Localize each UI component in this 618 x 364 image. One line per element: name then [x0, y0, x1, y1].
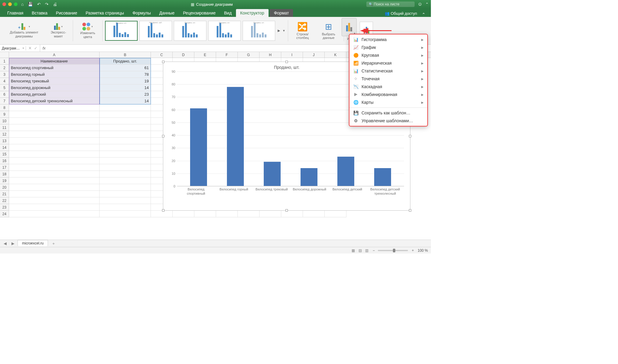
cell[interactable]: [9, 171, 100, 177]
cell[interactable]: [100, 184, 151, 191]
manage-templates-menu-item[interactable]: ⚙Управление шаблонами…: [349, 117, 427, 125]
save-icon[interactable]: 💾: [28, 2, 33, 7]
fx-icon[interactable]: fx: [40, 46, 48, 50]
chart-style-3[interactable]: Продано, шт.: [174, 21, 206, 41]
chart-type-menu-item[interactable]: 📊Гистограмма▶: [349, 36, 427, 43]
cell[interactable]: [100, 144, 151, 151]
chart-bar[interactable]: [264, 162, 281, 186]
cell[interactable]: [9, 197, 100, 204]
cell[interactable]: [173, 211, 194, 217]
cell[interactable]: [100, 204, 151, 211]
col-header[interactable]: H: [260, 52, 281, 58]
cell[interactable]: 19: [100, 78, 151, 85]
ribbon-collapse-icon[interactable]: ⌃: [419, 12, 428, 17]
page-break-view-icon[interactable]: ▥: [364, 248, 370, 253]
row-header[interactable]: 20: [0, 184, 9, 191]
tab-insert[interactable]: Вставка: [27, 9, 52, 17]
cell[interactable]: [100, 111, 151, 118]
cell[interactable]: [9, 177, 100, 184]
cell[interactable]: [9, 151, 100, 158]
row-header[interactable]: 4: [0, 78, 9, 85]
normal-view-icon[interactable]: ▦: [350, 248, 356, 253]
cell[interactable]: [216, 211, 238, 217]
row-header[interactable]: 19: [0, 177, 9, 184]
row-header[interactable]: 14: [0, 144, 9, 151]
chart-style-5[interactable]: Продано, шт.: [243, 21, 275, 41]
col-header[interactable]: K: [325, 52, 346, 58]
tab-format[interactable]: Формат: [270, 9, 293, 17]
col-header[interactable]: F: [216, 52, 238, 58]
cell[interactable]: [194, 211, 216, 217]
cell[interactable]: Наименование: [9, 58, 100, 65]
accept-formula-icon[interactable]: ✓: [34, 46, 37, 50]
col-header[interactable]: E: [194, 52, 216, 58]
sheet-prev-icon[interactable]: ◀: [2, 241, 8, 246]
chart-type-menu-item[interactable]: ⫸Комбинированная▶: [349, 91, 427, 98]
close-window-button[interactable]: [2, 2, 6, 6]
cell[interactable]: [9, 111, 100, 118]
row-header[interactable]: 15: [0, 151, 9, 158]
row-header[interactable]: 23: [0, 204, 9, 211]
select-data-button[interactable]: ⊞ Выбрать данные: [316, 18, 341, 43]
row-header[interactable]: 24: [0, 211, 9, 217]
cell[interactable]: Велосипед горный: [9, 71, 100, 78]
chart-style-4[interactable]: Продано, шт.: [208, 21, 241, 41]
chart-bar[interactable]: [301, 168, 317, 186]
col-header[interactable]: D: [173, 52, 194, 58]
cell[interactable]: [151, 211, 173, 217]
chart-type-menu-item[interactable]: 📶Иерархическая▶: [349, 59, 427, 67]
print-icon[interactable]: 🖨: [53, 2, 57, 7]
cell[interactable]: [100, 151, 151, 158]
row-header[interactable]: 10: [0, 118, 9, 124]
page-layout-view-icon[interactable]: ▤: [357, 248, 363, 253]
select-all-corner[interactable]: [0, 52, 9, 58]
save-template-menu-item[interactable]: 💾Сохранить как шаблон…: [349, 109, 427, 117]
cell[interactable]: [303, 211, 325, 217]
change-colors-button[interactable]: ▾ Изменить цвета: [75, 18, 100, 43]
chart-type-menu-item[interactable]: 📊Статистическая▶: [349, 67, 427, 75]
cell[interactable]: [9, 184, 100, 191]
tab-home[interactable]: Главная: [3, 9, 27, 17]
cell[interactable]: 14: [100, 98, 151, 104]
cell[interactable]: [100, 211, 151, 217]
cell[interactable]: [100, 158, 151, 164]
row-header[interactable]: 13: [0, 138, 9, 144]
cell[interactable]: 61: [100, 65, 151, 71]
switch-row-column-button[interactable]: 🔀 Строка/столбец: [291, 18, 315, 43]
add-chart-element-button[interactable]: +▾ Добавить элемент диаграммы: [3, 18, 45, 43]
collapse-ribbon-icon[interactable]: ⌃: [425, 2, 428, 6]
cell[interactable]: [9, 204, 100, 211]
cell[interactable]: [100, 177, 151, 184]
cell[interactable]: Велосипед спортивный: [9, 65, 100, 71]
cell[interactable]: [260, 211, 281, 217]
cell[interactable]: Велосипед детский трехколесный: [9, 98, 100, 104]
share-button[interactable]: 👥 Общий доступ: [382, 10, 419, 17]
home-icon[interactable]: ⌂: [21, 2, 24, 7]
cell[interactable]: [9, 118, 100, 124]
row-header[interactable]: 18: [0, 171, 9, 177]
sheet-next-icon[interactable]: ▶: [10, 241, 16, 246]
cell[interactable]: Велосипед детский: [9, 91, 100, 98]
chart-type-menu-item[interactable]: 🟠Круговая▶: [349, 51, 427, 59]
row-header[interactable]: 17: [0, 164, 9, 171]
cell[interactable]: [100, 124, 151, 131]
col-header[interactable]: B: [100, 52, 151, 58]
cell[interactable]: [9, 164, 100, 171]
sheet-tab[interactable]: microexcel.ru: [18, 240, 48, 246]
cell[interactable]: [9, 211, 100, 217]
row-header[interactable]: 3: [0, 71, 9, 78]
chart-bar[interactable]: [227, 87, 244, 186]
cell[interactable]: [100, 164, 151, 171]
cell[interactable]: [9, 131, 100, 138]
tab-review[interactable]: Рецензирование: [179, 9, 220, 17]
cell[interactable]: [9, 104, 100, 111]
zoom-level[interactable]: 100 %: [418, 248, 428, 253]
chart-style-2[interactable]: ПРОДАНО, ШТ.: [139, 21, 172, 41]
zoom-slider[interactable]: [378, 250, 408, 251]
cell[interactable]: 23: [100, 91, 151, 98]
row-header[interactable]: 2: [0, 65, 9, 71]
row-header[interactable]: 21: [0, 191, 9, 197]
name-box[interactable]: Диаграм…▾: [0, 46, 26, 50]
chart-bar[interactable]: [374, 168, 391, 186]
cell[interactable]: [9, 138, 100, 144]
